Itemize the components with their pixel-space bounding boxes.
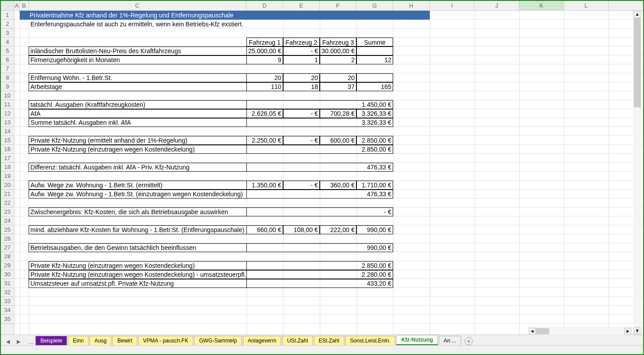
row-header-22[interactable]: 22 xyxy=(1,199,14,207)
cell-C6[interactable]: Firmenzugehörigkeit in Monaten xyxy=(29,55,246,64)
cell-E5[interactable]: - € xyxy=(283,46,320,55)
cell-G20[interactable]: 1.710,00 € xyxy=(356,181,393,190)
row-header-17[interactable]: 17 xyxy=(1,154,14,163)
scroll-down-arrow[interactable]: ▼ xyxy=(633,327,641,334)
cell-C2[interactable]: Enterferungspauschale ist auch zu ermitt… xyxy=(29,20,430,29)
cell-grid[interactable]: Privatentnahme Kfz anhand der 1%-Regelun… xyxy=(14,11,643,335)
col-header-H[interactable]: H xyxy=(393,1,430,10)
cell-G15[interactable]: 2.850,00 € xyxy=(356,136,393,145)
cell-D15[interactable]: 2.250,00 € xyxy=(246,136,283,145)
row-header-16[interactable]: 16 xyxy=(1,145,14,154)
cell-G12[interactable]: 3.326,33 € xyxy=(356,109,393,118)
row-header-31[interactable]: 31 xyxy=(1,279,14,288)
cell-C5[interactable]: inländischer Bruttolisten-Neu-Preis des … xyxy=(29,46,246,55)
cell-C25[interactable]: mind. abziehbare Kfz-Kosten für Wohnung … xyxy=(29,225,246,234)
row-header-12[interactable]: 12 xyxy=(1,109,14,118)
cell-E20[interactable]: - € xyxy=(283,181,320,190)
cell-E8[interactable]: 20 xyxy=(283,73,320,82)
cell-C15[interactable]: Private Kfz-Nutzung (ermittelt anhand de… xyxy=(29,136,246,145)
cell-E6[interactable]: 1 xyxy=(283,55,320,64)
row-header-15[interactable]: 15 xyxy=(1,136,14,145)
row-header-14[interactable]: 14 xyxy=(1,127,14,136)
row-header-6[interactable]: 6 xyxy=(1,55,14,64)
row-header-1[interactable]: 1 xyxy=(1,11,14,20)
row-header-35[interactable]: 35 xyxy=(1,315,14,324)
cell-C9[interactable]: Arbeitstage xyxy=(29,82,246,91)
col-header-B[interactable]: B xyxy=(20,1,29,10)
sheet-tab-9[interactable]: Sonst.Leist.Entn. xyxy=(345,336,396,345)
hscroll-right-arrow[interactable]: ► xyxy=(624,328,631,335)
sheet-tab-7[interactable]: USt.Zahl xyxy=(282,336,313,345)
row-header-9[interactable]: 9 xyxy=(1,82,14,91)
col-header-D[interactable]: D xyxy=(246,1,283,10)
sheet-tab-10[interactable]: Kfz-Nutzung xyxy=(396,335,438,345)
cell-F4[interactable]: Fahrzeug 3 xyxy=(320,38,356,46)
cell-C13[interactable]: Summe tatsächl. Ausgaben inkl. AfA xyxy=(29,118,246,127)
sheet-tab-6[interactable]: Anlageverm xyxy=(243,336,281,345)
row-header-23[interactable]: 23 xyxy=(1,207,14,216)
cell-E9[interactable]: 18 xyxy=(283,82,320,91)
cell-F9[interactable]: 37 xyxy=(320,82,356,91)
cell-G18[interactable]: 476,33 € xyxy=(356,163,393,172)
col-header-K[interactable]: K xyxy=(519,1,564,10)
cell-D12[interactable]: 2.626,05 € xyxy=(246,109,283,118)
cell-D25[interactable]: 660,00 € xyxy=(246,225,283,234)
cell-G11[interactable]: 1.450,00 € xyxy=(356,100,393,109)
cell-C27[interactable]: Betriebsausgaben, die den Gewinn tatsäch… xyxy=(29,243,246,252)
row-header-24[interactable]: 24 xyxy=(1,216,14,225)
cell-G29[interactable]: 2.850,00 € xyxy=(356,261,393,270)
hscroll-left-arrow[interactable]: ◄ xyxy=(529,328,536,335)
col-header-G[interactable]: G xyxy=(356,1,393,10)
cell-G13[interactable]: 3.326,33 € xyxy=(356,118,393,127)
cell-G31[interactable]: 433,20 € xyxy=(356,279,393,288)
row-header-33[interactable]: 33 xyxy=(1,297,14,306)
row-header-30[interactable]: 30 xyxy=(1,270,14,279)
col-header-L[interactable]: L xyxy=(564,1,609,10)
cell-G21[interactable]: 476,33 € xyxy=(356,190,393,199)
cell-F20[interactable]: 360,00 € xyxy=(320,181,356,190)
cell-C20[interactable]: Aufw. Wege zw. Wohnung - 1.Betr.St. (erm… xyxy=(29,181,246,190)
col-header-A[interactable]: A xyxy=(14,1,20,10)
cell-F15[interactable]: 600,00 € xyxy=(320,136,356,145)
row-header-8[interactable]: 8 xyxy=(1,73,14,82)
cell-E15[interactable]: - € xyxy=(283,136,320,145)
cell-F12[interactable]: 700,28 € xyxy=(320,109,356,118)
cell-F25[interactable]: 222,00 € xyxy=(320,225,356,234)
row-header-27[interactable]: 27 xyxy=(1,243,14,252)
cell-D6[interactable]: 9 xyxy=(246,55,283,64)
cell-C31[interactable]: Umsatzsteuer auf umsatzst.pfl. Private K… xyxy=(29,279,246,288)
scroll-up-arrow[interactable]: ▲ xyxy=(633,11,641,18)
cell-F5[interactable]: 30.000,00 € xyxy=(320,46,356,55)
cell-E12[interactable]: - € xyxy=(283,109,320,118)
col-header-I[interactable]: I xyxy=(430,1,475,10)
sheet-tab-8[interactable]: ESt.Zahl xyxy=(314,336,344,345)
cell-G4[interactable]: Summe xyxy=(356,38,393,46)
cell-G8[interactable] xyxy=(356,73,393,82)
col-header-J[interactable]: J xyxy=(475,1,519,10)
cell-G9[interactable]: 165 xyxy=(356,82,393,91)
cell-C11[interactable]: tatsächl. Ausgaben (Kraftfahrzeugkosten) xyxy=(29,100,246,109)
cell-D4[interactable]: Fahrzeug 1 xyxy=(246,38,283,46)
horizontal-scrollbar[interactable]: ◄ ► xyxy=(529,327,631,335)
cell-D5[interactable]: 25.000,00 € xyxy=(246,46,283,55)
cell-C12[interactable]: AfA xyxy=(29,109,246,118)
col-header-E[interactable]: E xyxy=(283,1,320,10)
cell-C23[interactable]: Zwischenergebnis: Kfz-Kosten, die sich a… xyxy=(29,207,246,216)
cell-G27[interactable]: 990,00 € xyxy=(356,243,393,252)
row-header-20[interactable]: 20 xyxy=(1,181,14,190)
cell-F8[interactable]: 20 xyxy=(320,73,356,82)
row-header-26[interactable]: 26 xyxy=(1,234,14,243)
cell-D8[interactable]: 20 xyxy=(246,73,283,82)
sheet-tab-2[interactable]: Ausg xyxy=(89,336,111,345)
row-header-11[interactable]: 11 xyxy=(1,100,14,109)
cell-C21[interactable]: Aufw. Wege zw. Wohnung - 1.Betr.St. (ein… xyxy=(29,190,246,199)
col-header-C[interactable]: C xyxy=(29,1,246,10)
cell-C30[interactable]: Private Kfz-Nutzung (einzutragen wegen K… xyxy=(29,270,246,279)
cell-G16[interactable]: 2.850,00 € xyxy=(356,145,393,154)
vscroll-thumb[interactable] xyxy=(634,18,641,107)
row-header-3[interactable]: 3 xyxy=(1,29,14,38)
sheet-tab-4[interactable]: VPMA - pausch.FK xyxy=(138,336,193,345)
row-header-32[interactable]: 32 xyxy=(1,288,14,297)
row-header-19[interactable]: 19 xyxy=(1,172,14,181)
cell-G30[interactable]: 2.280,00 € xyxy=(356,270,393,279)
